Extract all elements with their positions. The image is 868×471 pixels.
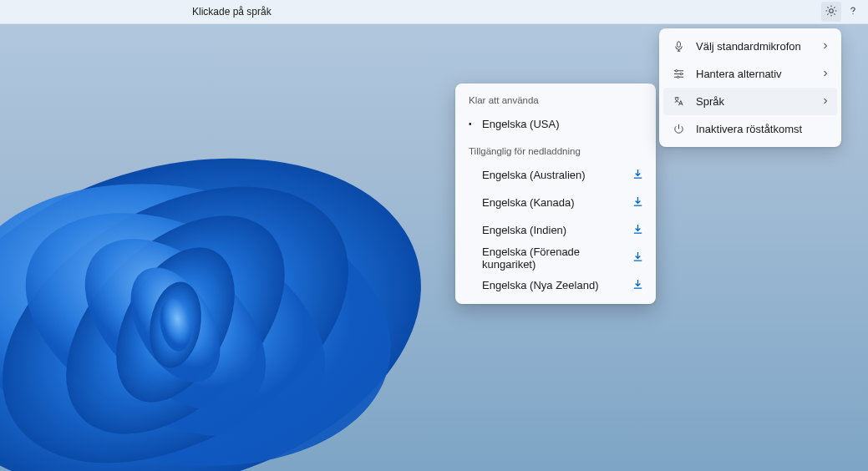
menu-item-label: Språk (696, 95, 821, 108)
submenu-available-header: Tillgänglig för nedladdning (459, 141, 652, 161)
language-item-en-gb[interactable]: Engelska (Förenade kungariket) (459, 244, 652, 271)
topbar-status-text: Klickade på språk (192, 6, 272, 18)
svg-point-13 (675, 70, 677, 72)
language-item-en-ca[interactable]: Engelska (Kanada) (459, 189, 652, 216)
mic-icon (671, 40, 686, 53)
settings-button[interactable] (821, 2, 841, 22)
menu-item-disable-voice-access[interactable]: Inaktivera röståtkomst (663, 115, 837, 143)
power-icon (671, 123, 686, 135)
language-item-en-in[interactable]: Engelska (Indien) (459, 216, 652, 244)
svg-point-15 (677, 76, 678, 78)
chevron-right-icon (821, 95, 830, 108)
download-icon (632, 251, 644, 266)
language-label: Engelska (Förenade kungariket) (482, 246, 632, 271)
help-button[interactable] (843, 2, 863, 22)
gear-icon (825, 4, 838, 20)
language-label: Engelska (Kanada) (482, 196, 632, 209)
chevron-right-icon (821, 68, 830, 80)
language-label: Engelska (USA) (482, 118, 644, 130)
menu-item-language[interactable]: Språk (663, 88, 837, 115)
download-icon (632, 195, 644, 210)
selected-bullet-icon: • (469, 119, 482, 129)
language-label: Engelska (Australien) (482, 169, 632, 181)
menu-item-manage-options[interactable]: Hantera alternativ (663, 60, 837, 88)
language-item-en-nz[interactable]: Engelska (Nya Zeeland) (459, 271, 652, 299)
svg-point-14 (680, 73, 682, 74)
language-submenu: Klar att använda • Engelska (USA) Tillgä… (455, 84, 656, 304)
menu-item-default-mic[interactable]: Välj standardmikrofon (663, 33, 837, 60)
svg-rect-12 (677, 42, 680, 48)
voice-access-topbar: Klickade på språk (0, 0, 868, 24)
language-icon (671, 95, 686, 108)
download-icon (632, 278, 644, 293)
help-icon (846, 4, 860, 20)
download-icon (632, 223, 644, 238)
menu-item-label: Hantera alternativ (696, 68, 821, 80)
svg-point-0 (830, 8, 834, 13)
svg-point-1 (852, 13, 853, 14)
menu-item-label: Inaktivera röståtkomst (696, 123, 830, 135)
language-item-en-au[interactable]: Engelska (Australien) (459, 161, 652, 189)
submenu-ready-header: Klar att använda (459, 90, 652, 110)
sliders-icon (671, 68, 686, 80)
download-icon (632, 168, 644, 183)
language-label: Engelska (Nya Zeeland) (482, 279, 632, 291)
menu-item-label: Välj standardmikrofon (696, 40, 821, 53)
settings-menu: Välj standardmikrofon Hantera alternativ… (659, 28, 841, 147)
topbar-right-controls (821, 0, 863, 23)
chevron-right-icon (821, 40, 830, 53)
language-label: Engelska (Indien) (482, 224, 632, 236)
language-item-en-us[interactable]: • Engelska (USA) (459, 110, 652, 138)
